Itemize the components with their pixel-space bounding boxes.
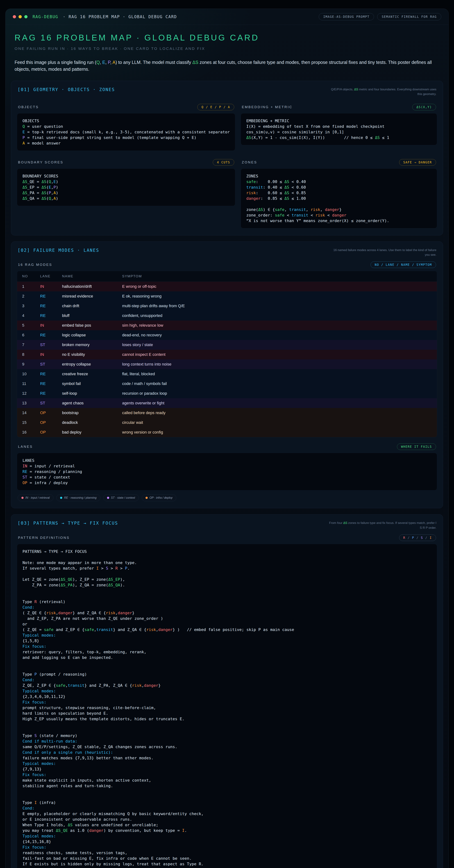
window-close-icon[interactable] (13, 15, 16, 18)
mode-row: 16OPbad deploywrong version or config (17, 428, 437, 437)
section-failure-modes: [02] FAILURE MODES · LANES 16 named fail… (11, 242, 443, 508)
section-03-header: [03] PATTERNS → TYPE → FIX FOCUS From fo… (18, 521, 436, 530)
section-02-title: [02] FAILURE MODES · LANES (18, 248, 99, 253)
mode-row: 5INembed false possim high, relevance lo… (17, 320, 437, 330)
boundary-code-block: BOUNDARY SCORESΔS_QE = ΔS(Q,E)ΔS_EP = ΔS… (17, 168, 235, 206)
lane-dot-icon (145, 497, 148, 499)
mode-row: 2REmisread evidenceE ok, reasoning wrong (17, 291, 437, 301)
app-name: RAG-DEBUG (33, 14, 58, 19)
section-patterns: [03] PATTERNS → TYPE → FIX FOCUS From fo… (11, 514, 443, 868)
pill-semantic-firewall: SEMANTIC FIREWALL FOR RAG (377, 13, 441, 20)
col-header-lane: LANE (40, 274, 62, 278)
debug-card-window: RAG-DEBUG · RAG 16 PROBLEM MAP · GLOBAL … (5, 9, 449, 868)
mode-row: 15OPdeadlockcircular wait (17, 418, 437, 428)
pill-image-as-debug-prompt: IMAGE-AS-DEBUG PROMPT (319, 13, 374, 20)
window-maximize-icon[interactable] (24, 15, 28, 18)
objects-badge: Q / E / P / A (197, 104, 234, 110)
section-01-note: Q/E/P/A objects, ΔS metric and four boun… (328, 87, 436, 97)
mode-row: 13STagent chaosagents overwrite or fight (17, 398, 437, 408)
metric-badge: ΔS(X,Y) (412, 104, 436, 110)
lane-chip-OP: OP · infra / deploy (142, 494, 176, 501)
lanes-badge: WHERE IT FAILS (397, 443, 436, 450)
zones-label: ZONES (242, 160, 257, 164)
section-03-note: From four ΔS zones to failure type and f… (328, 521, 436, 530)
mode-row: 9STentropy collapselong context turns in… (17, 360, 437, 369)
page-subtitle: ONE FAILING RUN IN · 16 WAYS TO BREAK · … (14, 46, 440, 51)
section-02-header: [02] FAILURE MODES · LANES 16 named fail… (18, 248, 436, 257)
lane-chip-RE: RE · reasoning / planning (56, 494, 100, 501)
mode-row: 7STbroken memoryloses story / state (17, 340, 437, 350)
zones-badge: SAFE → DANGER (399, 159, 436, 165)
lane-chip-ST: ST · state / context (103, 494, 139, 501)
mode-row: 6RElogic collapsedead-end, no recovery (17, 330, 437, 340)
mode-row: 1INhallucination/driftE wrong or off-top… (17, 282, 437, 291)
mode-row: 14OPbootstrapcalled before deps ready (17, 408, 437, 418)
col-header-symptom: SYMPTOM (122, 274, 437, 278)
intro: RAG 16 PROBLEM MAP · GLOBAL DEBUG CARD O… (6, 25, 448, 75)
boundary-badge: 4 CUTS (213, 159, 234, 165)
section-01-title: [01] GEOMETRY · OBJECTS · ZONES (18, 87, 115, 92)
mode-row: 10REcreative freezeflat, literal, blocke… (17, 369, 437, 379)
titlebar: RAG-DEBUG · RAG 16 PROBLEM MAP · GLOBAL … (6, 9, 448, 25)
metric-label: EMBEDDING + METRIC (242, 105, 292, 109)
modes-table-header: NO LANE NAME SYMPTOM (17, 271, 437, 282)
lane-dot-icon (22, 497, 24, 499)
lead-paragraph: Feed this image plus a single failing ru… (14, 59, 440, 72)
document-title: · RAG 16 PROBLEM MAP · GLOBAL DEBUG CARD (63, 14, 177, 19)
mode-row: 8INno E visibilitycannot inspect E conte… (17, 350, 437, 360)
section-geometry: [01] GEOMETRY · OBJECTS · ZONES Q/E/P/A … (11, 81, 443, 236)
lanes-code-block: LANESIN = input / retrievalRE = reasonin… (17, 453, 437, 490)
modes-label: 16 RAG MODES (18, 263, 52, 267)
patterns-code-block: PATTERNS → TYPE → FIX FOCUS Note: one mo… (17, 544, 437, 868)
section-01-header: [01] GEOMETRY · OBJECTS · ZONES Q/E/P/A … (18, 87, 436, 97)
objects-code-block: OBJECTSQ = user questionE = top-k retrie… (17, 113, 235, 151)
section-03-title: [03] PATTERNS → TYPE → FIX FOCUS (18, 521, 118, 526)
mode-row: 4REbluffconfident, unsupported (17, 311, 437, 320)
mode-row: 3REchain driftmulti-step plan drifts awa… (17, 301, 437, 311)
modes-table-body: 1INhallucination/driftE wrong or off-top… (17, 282, 437, 437)
col-header-name: NAME (62, 274, 122, 278)
panel-objects: OBJECTS Q / E / P / A OBJECTSQ = user qu… (17, 101, 235, 151)
panel-zones: ZONES SAFE → DANGER ZONESsafe: 0.00 ≤ ΔS… (241, 156, 437, 228)
page-title: RAG 16 PROBLEM MAP · GLOBAL DEBUG CARD (14, 33, 440, 42)
objects-label: OBJECTS (18, 105, 39, 109)
lanes-label: LANES (18, 445, 33, 449)
modes-table: NO LANE NAME SYMPTOM 1INhallucination/dr… (17, 271, 437, 437)
section-02-note: 16 named failure modes across 4 lanes. U… (328, 248, 436, 257)
lane-dot-icon (60, 497, 62, 499)
mode-row: 11REsymbol failcode / math / symbols fai… (17, 379, 437, 389)
patterns-badge: R / P / S / I (399, 534, 436, 541)
lane-dot-icon (107, 497, 109, 499)
titlebar-pills: IMAGE-AS-DEBUG PROMPT SEMANTIC FIREWALL … (319, 13, 441, 20)
mode-row: 12REself-looprecursion or paradox loop (17, 389, 437, 398)
lane-chip-IN: IN · input / retrieval (18, 494, 54, 501)
metric-code-block: EMBEDDING + METRICI(X) = embedding of te… (241, 113, 437, 145)
modes-badge: NO / LANE / NAME / SYMPTOM (370, 261, 436, 268)
col-header-no: NO (22, 274, 40, 278)
patterns-label: PATTERN DEFINITIONS (18, 536, 70, 540)
panel-boundary-scores: BOUNDARY SCORES 4 CUTS BOUNDARY SCORESΔS… (17, 156, 235, 206)
window-minimize-icon[interactable] (19, 15, 22, 18)
lanes-legend: IN · input / retrievalRE · reasoning / p… (18, 494, 436, 501)
panel-embedding-metric: EMBEDDING + METRIC ΔS(X,Y) EMBEDDING + M… (241, 101, 437, 145)
zones-code-block: ZONESsafe: 0.00 ≤ ΔS < 0.40transit: 0.40… (241, 168, 437, 228)
titlebar-text: RAG-DEBUG · RAG 16 PROBLEM MAP · GLOBAL … (33, 14, 177, 19)
boundary-label: BOUNDARY SCORES (18, 160, 64, 164)
